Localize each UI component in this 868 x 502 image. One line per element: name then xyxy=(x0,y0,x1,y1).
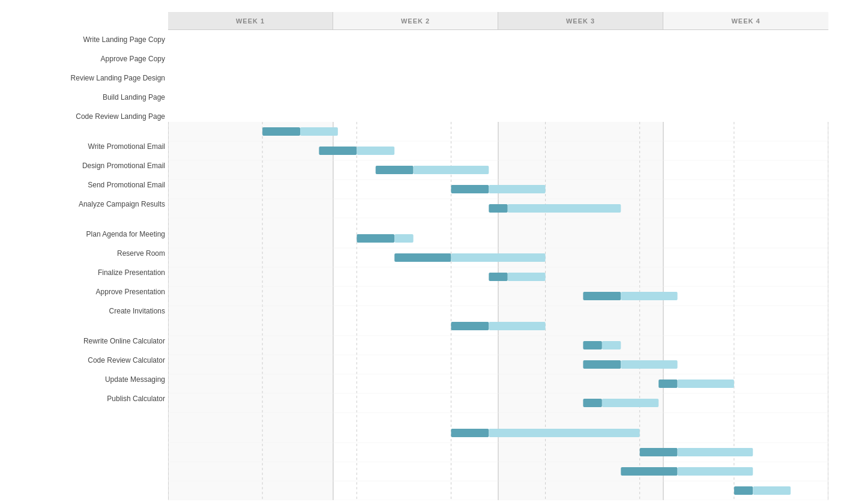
svg-rect-63 xyxy=(678,448,753,456)
svg-rect-27 xyxy=(489,185,545,193)
task-label-0: Write Landing Page Copy xyxy=(9,35,165,44)
svg-rect-66 xyxy=(678,467,753,476)
week-header-2: WEEK 2 xyxy=(333,12,498,29)
svg-rect-51 xyxy=(621,360,677,369)
task-label-17: Publish Calculator xyxy=(9,395,165,403)
week-header-4: WEEK 4 xyxy=(663,12,828,29)
task-label-12: Approve Presentation xyxy=(9,288,165,296)
task-label-13: Create Invitations xyxy=(9,307,165,315)
task-label-15: Code Review Calculator xyxy=(9,356,165,364)
svg-rect-24 xyxy=(414,166,489,174)
svg-rect-69 xyxy=(753,486,791,495)
svg-rect-54 xyxy=(678,380,734,388)
week-header-1: WEEK 1 xyxy=(168,12,333,29)
svg-rect-35 xyxy=(394,253,451,262)
svg-rect-21 xyxy=(357,147,394,155)
svg-rect-47 xyxy=(583,341,601,349)
svg-rect-38 xyxy=(489,273,507,281)
svg-rect-3 xyxy=(663,122,828,500)
svg-rect-29 xyxy=(489,204,507,213)
svg-rect-2 xyxy=(498,122,663,500)
task-label-7: Send Promotional Email xyxy=(9,181,165,189)
svg-rect-42 xyxy=(621,292,677,300)
svg-rect-26 xyxy=(451,185,489,193)
task-label-11: Finalize Presentation xyxy=(9,268,165,277)
svg-rect-0 xyxy=(168,122,333,500)
task-label-16: Update Messaging xyxy=(9,375,165,384)
svg-rect-62 xyxy=(640,448,678,456)
task-label-5: Write Promotional Email xyxy=(9,142,165,151)
svg-rect-57 xyxy=(602,399,659,407)
svg-rect-33 xyxy=(394,234,413,243)
task-label-1: Approve Page Copy xyxy=(9,55,165,63)
task-label-2: Review Landing Page Design xyxy=(9,74,165,82)
svg-rect-18 xyxy=(300,127,338,136)
task-label-6: Design Promotional Email xyxy=(9,162,165,170)
svg-rect-45 xyxy=(489,322,545,330)
task-label-14: Rewrite Online Calculator xyxy=(9,337,165,345)
svg-rect-1 xyxy=(333,122,498,500)
week-header-row: WEEK 1WEEK 2WEEK 3WEEK 4 xyxy=(168,12,828,30)
svg-rect-50 xyxy=(583,360,621,369)
svg-rect-59 xyxy=(451,429,489,437)
svg-rect-44 xyxy=(451,322,489,330)
svg-rect-41 xyxy=(583,292,621,300)
svg-rect-23 xyxy=(376,166,414,174)
svg-rect-65 xyxy=(621,467,677,476)
gantt-chart: WEEK 1WEEK 2WEEK 3WEEK 4 Write Landing P… xyxy=(0,0,868,502)
svg-rect-30 xyxy=(508,204,621,213)
task-label-3: Build Landing Page xyxy=(9,93,165,101)
svg-rect-48 xyxy=(602,341,621,349)
task-label-10: Reserve Room xyxy=(9,249,165,258)
task-label-8: Analyze Campaign Results xyxy=(9,200,165,208)
svg-rect-17 xyxy=(262,127,300,136)
svg-rect-39 xyxy=(508,273,546,281)
task-label-4: Code Review Landing Page xyxy=(9,112,165,121)
svg-rect-60 xyxy=(489,429,639,437)
svg-rect-32 xyxy=(357,234,394,243)
svg-rect-53 xyxy=(659,380,677,388)
svg-rect-68 xyxy=(734,486,753,495)
svg-rect-20 xyxy=(319,147,357,155)
svg-rect-36 xyxy=(451,253,545,262)
svg-rect-56 xyxy=(583,399,601,407)
week-header-3: WEEK 3 xyxy=(498,12,663,29)
task-label-9: Plan Agenda for Meeting xyxy=(9,230,165,238)
